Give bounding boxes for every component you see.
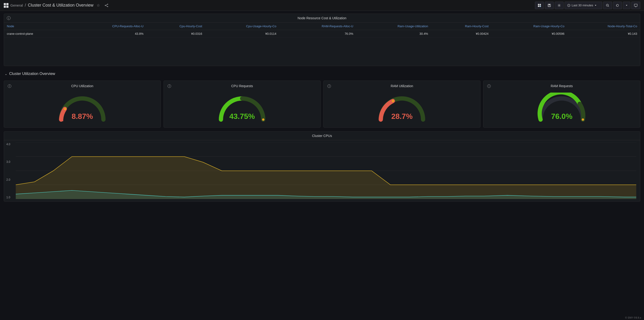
breadcrumb[interactable]: General <box>10 3 23 7</box>
col-header-node-total[interactable]: Node-Hourly-Total-Co <box>567 22 640 30</box>
svg-rect-5 <box>538 4 540 5</box>
bottom-text: © SNY ©9.9.x <box>625 316 641 319</box>
svg-point-26 <box>582 118 584 121</box>
topbar: General / Cluster Cost & Utilization Ove… <box>0 0 644 11</box>
panel-title-bar: i Node Resource Cost & Utilization <box>4 14 640 22</box>
time-range-label: Last 30 minutes <box>572 4 593 7</box>
gauge-ram-req-container: 76.0% <box>536 92 588 121</box>
cell-node: crane-control-plane <box>4 30 70 38</box>
gauge-info-icon-cpu-req: i <box>168 84 171 88</box>
svg-rect-6 <box>540 4 541 5</box>
svg-point-2 <box>107 6 108 7</box>
gauge-header-ram-util: i RAM Utilization <box>328 84 476 88</box>
panel-title: Node Resource Cost & Utilization <box>298 16 346 20</box>
gauge-cpu-req-container: 43.75% <box>216 92 268 121</box>
col-header-ram-usage[interactable]: Ram-Usage-Utilization <box>356 22 431 30</box>
gauge-value-cpu-req: 43.75% <box>230 112 255 121</box>
page-title: Cluster Cost & Utilization Overview <box>28 3 93 8</box>
share-button[interactable] <box>103 2 110 8</box>
ram-utilization-panel: i RAM Utilization 28.7% <box>324 80 480 128</box>
cell-ram-hourly: ¥0.00424 <box>431 30 491 38</box>
col-header-cpu-usage-hourly[interactable]: Cpu-Usage-Hourly-Co <box>205 22 279 30</box>
gauge-value-ram-req: 76.0% <box>551 112 572 121</box>
cpu-requests-panel: i CPU Requests 43.75% <box>164 80 320 128</box>
cpu-utilization-panel: i CPU Utilization 8.87% <box>4 80 161 128</box>
gauge-title-cpu-req: CPU Requests <box>174 84 316 88</box>
cell-ram-requests: 76.0% <box>279 30 356 38</box>
y-label-4: 4.0 <box>6 142 10 146</box>
chart-area: 4.0 3.0 2.0 1.0 <box>4 140 640 201</box>
y-label-1: 1.0 <box>6 196 10 199</box>
svg-rect-13 <box>548 6 550 6</box>
cell-ram-usage-hourly: ¥0.00596 <box>492 30 568 38</box>
topbar-left: General / Cluster Cost & Utilization Ove… <box>4 2 532 8</box>
col-header-ram-hourly[interactable]: Ram-Hourly-Cost <box>431 22 491 30</box>
breadcrumb-separator: / <box>25 3 26 8</box>
gauge-header-ram-req: i RAM Requests <box>487 84 636 88</box>
col-header-ram-requests[interactable]: RAM-Requests-Alloc-U <box>279 22 356 30</box>
cluster-cpus-panel: Cluster CPUs 4.0 3.0 2.0 1.0 <box>4 131 640 202</box>
svg-point-0 <box>107 4 108 5</box>
svg-point-14 <box>559 5 560 6</box>
gauge-info-icon-ram-util: i <box>328 84 331 88</box>
table-row: crane-control-plane 43.8% ¥0.0316 ¥0.011… <box>4 30 640 38</box>
gauge-value-cpu-util: 8.87% <box>72 112 93 121</box>
svg-point-24 <box>262 118 264 121</box>
svg-line-3 <box>106 4 107 5</box>
col-header-ram-usage-hourly[interactable]: Ram-Usage-Hourly-Co <box>492 22 568 30</box>
col-header-cpu-requests[interactable]: CPU-Requests-Alloc-U <box>70 22 146 30</box>
chevron-down-icon: ⌄ <box>5 72 7 76</box>
star-button[interactable]: ☆ <box>95 2 101 8</box>
gauge-info-icon-cpu-util: i <box>8 84 11 88</box>
svg-rect-23 <box>60 118 63 121</box>
chart-y-labels: 4.0 3.0 2.0 1.0 <box>6 142 10 199</box>
expand-button[interactable] <box>623 2 630 9</box>
time-range-button[interactable]: Last 30 minutes <box>564 2 602 9</box>
gauge-header-cpu-util: i CPU Utilization <box>8 84 157 88</box>
gauge-title-ram-util: RAM Utilization <box>333 84 476 88</box>
section-title: Cluster Utilization Overview <box>9 72 55 76</box>
cell-cpu-requests: 43.8% <box>70 30 146 38</box>
y-label-2: 2.0 <box>6 178 10 182</box>
refresh-button[interactable] <box>613 2 622 9</box>
topbar-right: Last 30 minutes <box>535 2 640 9</box>
cluster-utilization-section-header[interactable]: ⌄ Cluster Utilization Overview <box>4 70 640 78</box>
col-header-node[interactable]: Node <box>4 22 70 30</box>
add-panel-button[interactable] <box>535 2 544 9</box>
cell-cpu-hourly: ¥0.0316 <box>146 30 205 38</box>
svg-marker-32 <box>16 156 636 199</box>
chart-title-bar: Cluster CPUs <box>4 132 640 140</box>
cluster-cpus-chart-svg <box>16 142 636 199</box>
gauge-cpu-util-container: 8.87% <box>56 92 108 121</box>
svg-line-17 <box>608 6 609 6</box>
table-header-row: Node CPU-Requests-Alloc-U Cpu-Hourly-Cos… <box>4 22 640 30</box>
bottom-bar: © SNY ©9.9.x <box>622 315 644 320</box>
svg-rect-12 <box>548 4 550 5</box>
chart-title: Cluster CPUs <box>312 134 332 138</box>
y-label-3: 3.0 <box>6 160 10 164</box>
svg-rect-19 <box>634 4 638 6</box>
cell-node-total: ¥0.143 <box>567 30 640 38</box>
settings-button[interactable] <box>555 2 564 9</box>
svg-rect-7 <box>538 6 540 7</box>
gauge-info-icon-ram-req: i <box>487 84 491 88</box>
grid-icon <box>4 3 8 8</box>
gauge-title-cpu-util: CPU Utilization <box>14 84 157 88</box>
gauge-ram-util-container: 28.7% <box>376 92 428 121</box>
ram-requests-panel: i RAM Requests 76.0% <box>483 80 640 128</box>
gauge-header-cpu-req: i CPU Requests <box>168 84 316 88</box>
svg-point-22 <box>64 108 66 110</box>
node-resource-panel: i Node Resource Cost & Utilization Node … <box>4 14 640 66</box>
cell-ram-usage: 30.4% <box>356 30 431 38</box>
main-content: i Node Resource Cost & Utilization Node … <box>0 11 644 320</box>
zoom-out-button[interactable] <box>603 2 612 9</box>
gauge-title-ram-req: RAM Requests <box>493 84 636 88</box>
svg-point-25 <box>392 100 394 102</box>
tv-mode-button[interactable] <box>631 2 640 9</box>
gauge-value-ram-util: 28.7% <box>391 112 413 121</box>
save-button[interactable] <box>545 2 554 9</box>
svg-line-4 <box>106 6 107 6</box>
cell-cpu-usage-hourly: ¥0.0114 <box>205 30 279 38</box>
gauge-row: i CPU Utilization 8.87% <box>4 80 640 128</box>
col-header-cpu-hourly[interactable]: Cpu-Hourly-Cost <box>146 22 205 30</box>
